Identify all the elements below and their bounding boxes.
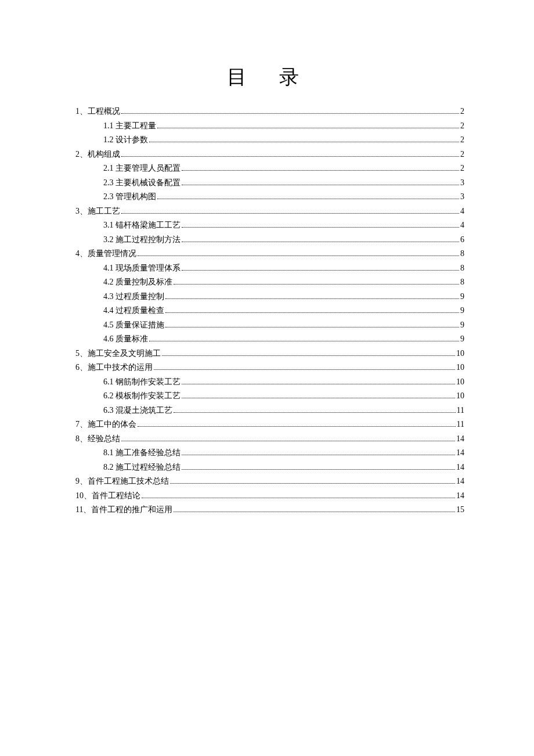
toc-entry: 6.3 混凝土浇筑工艺11 bbox=[75, 404, 464, 418]
toc-entry: 5、施工安全及文明施工10 bbox=[75, 347, 464, 361]
toc-entry: 4.1 现场质量管理体系8 bbox=[75, 261, 464, 276]
toc-leader-dots bbox=[157, 123, 459, 128]
toc-leader-dots bbox=[182, 265, 459, 270]
toc-entry-label: 4.4 过程质量检查 bbox=[103, 304, 164, 318]
toc-entry: 2.3 管理机构图3 bbox=[75, 190, 464, 204]
toc-leader-dots bbox=[174, 507, 455, 512]
table-of-contents: 1、工程概况21.1 主要工程量21.2 设计参数22、机构组成22.1 主要管… bbox=[75, 105, 464, 517]
toc-entry-page: 4 bbox=[460, 204, 464, 219]
toc-entry-label: 4.1 现场质量管理体系 bbox=[103, 261, 181, 276]
toc-entry: 1.1 主要工程量2 bbox=[75, 119, 464, 134]
toc-leader-dots bbox=[138, 422, 456, 427]
toc-leader-dots bbox=[182, 179, 459, 185]
toc-entry: 7、施工中的体会11 bbox=[75, 417, 464, 432]
toc-entry: 6.1 钢筋制作安装工艺10 bbox=[75, 375, 464, 390]
toc-entry-page: 8 bbox=[460, 247, 464, 261]
toc-entry-label: 2.1 主要管理人员配置 bbox=[103, 161, 181, 176]
toc-entry-page: 10 bbox=[456, 347, 464, 361]
toc-entry-label: 4.6 质量标准 bbox=[103, 332, 148, 347]
toc-entry-page: 10 bbox=[456, 361, 464, 375]
toc-entry: 4.6 质量标准9 bbox=[75, 332, 464, 347]
toc-leader-dots bbox=[182, 236, 459, 242]
toc-leader-dots bbox=[149, 137, 459, 142]
toc-entry: 2.3 主要机械设备配置3 bbox=[75, 176, 464, 190]
toc-entry: 11、首件工程的推广和运用15 bbox=[75, 503, 464, 517]
toc-entry-page: 9 bbox=[460, 332, 464, 347]
toc-entry-label: 4.2 质量控制及标准 bbox=[103, 275, 172, 290]
toc-entry-label: 6、施工中技术的运用 bbox=[75, 361, 153, 375]
toc-leader-dots bbox=[121, 151, 459, 156]
toc-entry: 8.2 施工过程经验总结14 bbox=[75, 460, 464, 475]
toc-leader-dots bbox=[121, 208, 459, 213]
toc-entry-page: 14 bbox=[456, 446, 464, 460]
toc-entry-label: 8、经验总结 bbox=[75, 432, 120, 447]
toc-entry: 1.2 设计参数2 bbox=[75, 133, 464, 147]
toc-entry: 9、首件工程施工技术总结14 bbox=[75, 474, 464, 489]
toc-entry-label: 3.2 施工过程控制方法 bbox=[103, 233, 181, 247]
toc-entry: 4、质量管理情况8 bbox=[75, 247, 464, 261]
toc-leader-dots bbox=[165, 322, 459, 327]
toc-entry: 6.2 模板制作安装工艺10 bbox=[75, 389, 464, 404]
toc-entry-label: 2、机构组成 bbox=[75, 147, 120, 162]
toc-entry-page: 10 bbox=[456, 375, 464, 390]
toc-leader-dots bbox=[162, 350, 455, 355]
toc-entry-label: 9、首件工程施工技术总结 bbox=[75, 474, 169, 489]
toc-entry-page: 2 bbox=[460, 105, 464, 119]
toc-entry-label: 11、首件工程的推广和运用 bbox=[75, 503, 172, 517]
toc-entry: 1、工程概况2 bbox=[75, 105, 464, 119]
toc-entry: 4.2 质量控制及标准8 bbox=[75, 275, 464, 290]
toc-entry-label: 3.1 锚杆格梁施工工艺 bbox=[103, 218, 181, 233]
toc-entry-label: 3、施工工艺 bbox=[75, 204, 120, 219]
toc-entry: 3.2 施工过程控制方法6 bbox=[75, 233, 464, 247]
toc-entry-label: 7、施工中的体会 bbox=[75, 417, 136, 432]
toc-entry-page: 2 bbox=[460, 119, 464, 134]
toc-entry-page: 8 bbox=[460, 275, 464, 290]
toc-leader-dots bbox=[165, 293, 459, 298]
toc-entry-label: 10、首件工程结论 bbox=[75, 489, 140, 503]
toc-entry: 4.3 过程质量控制9 bbox=[75, 290, 464, 304]
toc-entry-label: 2.3 管理机构图 bbox=[103, 190, 156, 204]
toc-entry-label: 4.5 质量保证措施 bbox=[103, 318, 164, 333]
toc-entry: 10、首件工程结论14 bbox=[75, 489, 464, 503]
toc-entry: 4.5 质量保证措施9 bbox=[75, 318, 464, 333]
toc-entry: 8、经验总结14 bbox=[75, 432, 464, 447]
toc-entry-page: 3 bbox=[460, 190, 464, 204]
toc-entry-page: 11 bbox=[457, 404, 464, 418]
toc-leader-dots bbox=[170, 478, 455, 484]
toc-entry-page: 14 bbox=[456, 489, 464, 503]
toc-entry-page: 10 bbox=[456, 389, 464, 404]
toc-entry-label: 6.1 钢筋制作安装工艺 bbox=[103, 375, 181, 390]
toc-leader-dots bbox=[174, 407, 456, 412]
toc-entry-label: 4、质量管理情况 bbox=[75, 247, 136, 261]
toc-leader-dots bbox=[157, 194, 459, 199]
toc-leader-dots bbox=[121, 435, 455, 441]
toc-leader-dots bbox=[182, 393, 455, 398]
toc-entry-label: 1.1 主要工程量 bbox=[103, 119, 156, 134]
toc-leader-dots bbox=[182, 450, 455, 455]
toc-entry-page: 2 bbox=[460, 161, 464, 176]
toc-entry-page: 9 bbox=[460, 318, 464, 333]
toc-leader-dots bbox=[182, 464, 455, 469]
toc-entry-page: 8 bbox=[460, 261, 464, 276]
toc-entry-page: 9 bbox=[460, 290, 464, 304]
toc-entry-label: 1、工程概况 bbox=[75, 105, 120, 119]
toc-entry-label: 5、施工安全及文明施工 bbox=[75, 347, 161, 361]
toc-entry-label: 6.3 混凝土浇筑工艺 bbox=[103, 404, 172, 418]
toc-leader-dots bbox=[138, 251, 459, 256]
toc-entry: 8.1 施工准备经验总结14 bbox=[75, 446, 464, 460]
toc-entry-label: 4.3 过程质量控制 bbox=[103, 290, 164, 304]
toc-entry-page: 9 bbox=[460, 304, 464, 318]
toc-leader-dots bbox=[182, 165, 459, 171]
toc-entry: 2.1 主要管理人员配置2 bbox=[75, 161, 464, 176]
toc-entry-label: 1.2 设计参数 bbox=[103, 133, 148, 147]
toc-entry-page: 14 bbox=[456, 460, 464, 475]
toc-leader-dots bbox=[182, 379, 455, 384]
toc-entry: 4.4 过程质量检查9 bbox=[75, 304, 464, 318]
toc-entry: 6、施工中技术的运用10 bbox=[75, 361, 464, 375]
toc-entry-label: 8.2 施工过程经验总结 bbox=[103, 460, 181, 475]
toc-entry-page: 2 bbox=[460, 133, 464, 147]
toc-entry-page: 14 bbox=[456, 432, 464, 447]
toc-entry-page: 14 bbox=[456, 474, 464, 489]
toc-entry-label: 8.1 施工准备经验总结 bbox=[103, 446, 181, 460]
toc-entry: 2、机构组成2 bbox=[75, 147, 464, 162]
